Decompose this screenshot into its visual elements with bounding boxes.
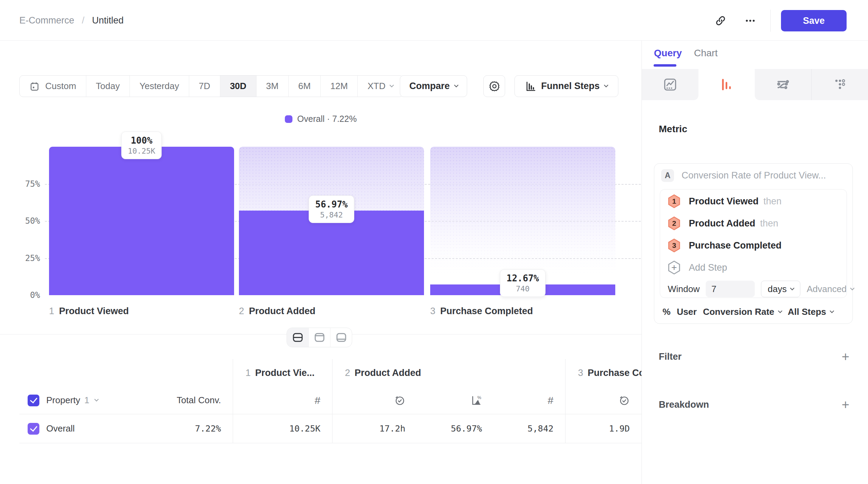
- ellipsis-icon: [744, 15, 756, 27]
- funnel-chart-icon: [719, 77, 734, 92]
- measure-metric-dropdown[interactable]: Conversion Rate: [703, 307, 782, 317]
- window-row: Window days Advanced: [668, 281, 840, 297]
- chart-settings-button[interactable]: [483, 75, 505, 97]
- step3-time-header[interactable]: [566, 387, 642, 414]
- select-all-checkbox[interactable]: [28, 395, 39, 406]
- step-2-badge: 2: [668, 216, 681, 230]
- date-range-xtd[interactable]: XTD: [358, 76, 403, 97]
- cell-step3-time: 1.9D: [566, 414, 642, 443]
- property-index: 1: [84, 395, 89, 406]
- step1-count-header[interactable]: #: [233, 387, 332, 414]
- filter-label: Filter: [659, 351, 682, 362]
- advanced-dropdown[interactable]: Advanced: [807, 284, 854, 294]
- count-icon: #: [548, 395, 553, 406]
- svg-text:%: %: [478, 395, 481, 400]
- share-link-button[interactable]: [711, 11, 730, 30]
- funnel-bar-step-1[interactable]: 100% 10.25K: [49, 147, 234, 295]
- chart-legend[interactable]: Overall · 7.22%: [0, 114, 642, 124]
- measure-steps-dropdown[interactable]: All Steps: [788, 307, 833, 317]
- chevron-down-icon: [790, 286, 795, 290]
- funnel-bar-step-3[interactable]: 12.67% 740: [430, 147, 615, 295]
- row-checkbox[interactable]: [28, 423, 39, 435]
- x-label-step-3: 3 Purchase Completed: [430, 306, 533, 317]
- tab-chart[interactable]: Chart: [694, 48, 717, 59]
- cell-step2-pct: 56.97%: [417, 414, 494, 443]
- date-range-yesterday[interactable]: Yesterday: [130, 76, 189, 97]
- metric-title-row[interactable]: A Conversion Rate of Product View...: [661, 169, 846, 182]
- tab-query[interactable]: Query: [654, 48, 682, 59]
- measure-format[interactable]: %: [663, 307, 671, 317]
- calendar-icon: [29, 81, 40, 91]
- layout-split-button[interactable]: [287, 328, 309, 347]
- window-value-input[interactable]: [706, 281, 755, 297]
- breadcrumb-separator: /: [82, 15, 85, 26]
- step2-time-header[interactable]: [332, 387, 417, 414]
- funnel-bar-step-2[interactable]: 56.97% 5,842: [239, 147, 424, 295]
- y-tick-25: 25%: [20, 253, 40, 263]
- date-range-7d[interactable]: 7D: [189, 76, 220, 97]
- step2-count-header[interactable]: #: [494, 387, 566, 414]
- more-options-button[interactable]: [741, 11, 760, 30]
- date-range-3m[interactable]: 3M: [257, 76, 289, 97]
- date-range-30d-selected[interactable]: 30D: [220, 76, 257, 97]
- add-filter-button[interactable]: +: [842, 350, 849, 363]
- property-header-cell: Property 1: [19, 387, 142, 414]
- chart-type-insights-tab[interactable]: [642, 69, 698, 100]
- legend-label: Overall · 7.22%: [297, 114, 357, 124]
- step-row-3[interactable]: 3 Purchase Completed: [668, 239, 782, 252]
- add-step-button[interactable]: + Add Step: [668, 261, 727, 274]
- active-tab-indicator: [654, 64, 676, 67]
- step-row-1[interactable]: 1 Product Viewed then: [668, 194, 782, 208]
- layout-switcher: [287, 328, 352, 347]
- results-table: 1Product Vie... 2Product Added 3Purchase…: [19, 359, 642, 443]
- date-range-today[interactable]: Today: [86, 76, 130, 97]
- compare-button[interactable]: Compare: [400, 75, 467, 97]
- step-row-2[interactable]: 2 Product Added then: [668, 216, 778, 230]
- table-group-step-2: 2Product Added: [332, 359, 566, 387]
- property-label[interactable]: Property: [46, 395, 80, 406]
- total-conv-header[interactable]: Total Conv.: [142, 387, 233, 414]
- x-label-step-1: 1 Product Viewed: [49, 306, 129, 317]
- chevron-down-icon[interactable]: [94, 397, 99, 401]
- layout-table-only-button[interactable]: [330, 328, 352, 347]
- link-icon: [715, 15, 726, 27]
- cell-step1-count: 10.25K: [233, 414, 332, 443]
- metric-section-heading: Metric: [659, 124, 687, 135]
- legend-swatch: [285, 115, 292, 123]
- panel-divider: [642, 41, 642, 484]
- add-breakdown-button[interactable]: +: [842, 398, 849, 411]
- step-1-badge: 1: [668, 194, 681, 208]
- metric-card: A Conversion Rate of Product View... 1 P…: [654, 163, 853, 324]
- count-icon: #: [315, 395, 320, 406]
- app-root: E-Commerce / Untitled: [0, 0, 868, 484]
- table-corner-spacer: [19, 359, 233, 387]
- funnel-bar-fill: [49, 147, 234, 295]
- funnel-bars-icon: [525, 81, 536, 92]
- chevron-down-icon: [850, 286, 855, 290]
- breakdown-section: Breakdown +: [659, 398, 849, 411]
- measure-entity[interactable]: User: [677, 307, 697, 317]
- breadcrumb-root[interactable]: E-Commerce: [19, 15, 74, 26]
- cell-total-conv: 7.22%: [142, 414, 233, 443]
- chart-type-retention-tab[interactable]: [811, 69, 868, 100]
- layout-chart-only-button[interactable]: [309, 328, 330, 347]
- breadcrumb: E-Commerce / Untitled: [19, 0, 124, 41]
- step2-conversion-header[interactable]: %: [417, 387, 494, 414]
- date-range-custom[interactable]: Custom: [20, 76, 86, 97]
- date-range-12m[interactable]: 12M: [321, 76, 358, 97]
- chevron-down-icon: [830, 309, 834, 313]
- table-row-overall-name: Overall: [19, 414, 142, 443]
- date-range-6m[interactable]: 6M: [289, 76, 321, 97]
- chevron-down-icon: [390, 83, 394, 87]
- chart-type-funnel-tab-selected[interactable]: [698, 69, 755, 100]
- funnel-steps-card: 1 Product Viewed then 2 Product Added th…: [660, 189, 847, 298]
- breadcrumb-current[interactable]: Untitled: [92, 15, 124, 26]
- metric-title: Conversion Rate of Product View...: [682, 170, 826, 181]
- chart-view-selector[interactable]: Funnel Steps: [514, 75, 618, 97]
- add-step-icon: +: [668, 261, 681, 274]
- layout-split-icon: [292, 331, 304, 343]
- window-unit-dropdown[interactable]: days: [761, 281, 800, 297]
- save-button[interactable]: Save: [781, 10, 847, 31]
- chart-type-flow-tab[interactable]: [755, 69, 811, 100]
- gear-icon: [489, 80, 500, 92]
